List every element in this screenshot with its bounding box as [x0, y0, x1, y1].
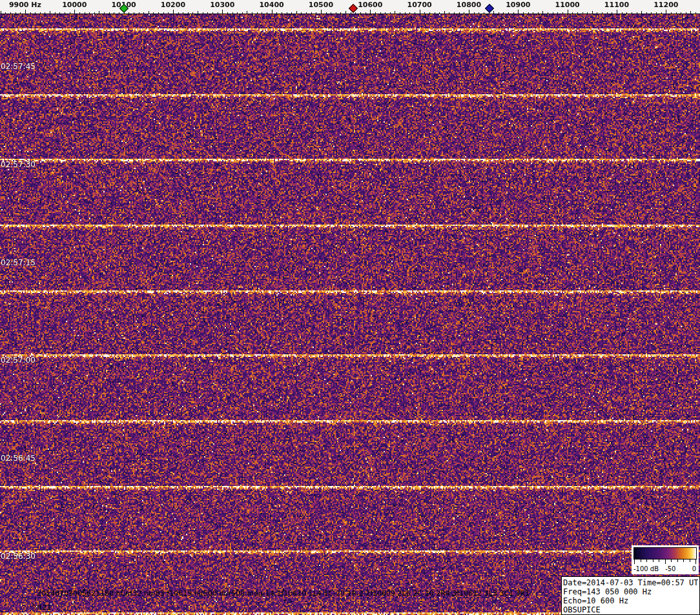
spectrogram-waterfall [0, 14, 700, 615]
colorbar-legend: -100 dB -50 0 [632, 545, 699, 574]
info-station: OBSUPICE [563, 605, 698, 614]
freq-tick-label: 10000 [62, 1, 87, 9]
time-tick-label: 02:57:30 [1, 160, 36, 169]
freq-tick-label: 10500 [309, 1, 333, 9]
info-echo: Echo=10 600 Hz [563, 596, 698, 605]
freq-tick-label: 11200 [654, 1, 678, 9]
colorbar-gradient [633, 547, 697, 564]
freq-tick-label: 10200 [161, 1, 185, 9]
time-tick-label: 02:56:30 [1, 552, 36, 561]
colorbar-min-label: -100 dB [633, 565, 659, 572]
freq-tick-label: 10600 [358, 1, 382, 9]
time-tick-label: 02:57:45 [1, 62, 36, 71]
detection-annotation: 20140703005621180 hCnt32 nb-83 f10619 hi… [37, 589, 530, 598]
colorbar-max-label: 0 [692, 565, 696, 572]
freq-tick-label: 9900 Hz [9, 1, 41, 9]
colorbar-labels: -100 dB -50 0 [632, 565, 699, 574]
spectrogram-area: 02:57:4502:57:3002:57:1502:57:0002:56:45… [0, 14, 700, 615]
freq-tick-label: 11100 [604, 1, 629, 9]
colorbar-mid-label: -50 [665, 565, 675, 572]
freq-tick-label: 10400 [259, 1, 283, 9]
freq-tick-label: 10900 [506, 1, 530, 9]
freq-tick-label: 11000 [555, 1, 580, 9]
freq-tick-label: 10800 [457, 1, 481, 9]
freq-tick-label: 10300 [210, 1, 234, 9]
info-date-time: Date=2014-07-03 Time=00:57 UTC [563, 578, 698, 587]
info-panel: Date=2014-07-03 Time=00:57 UTC Freq=143 … [561, 576, 700, 615]
frequency-ruler: 9900 Hz100001010010200103001040010500106… [0, 0, 700, 14]
ft-annotation: ^ft21 [31, 603, 51, 612]
time-tick-label: 02:57:00 [1, 356, 36, 365]
info-frequency: Freq=143 050 000 Hz [563, 587, 698, 596]
spectrogram-screen: 9900 Hz100001010010200103001040010500106… [0, 0, 700, 615]
freq-tick-label: 10700 [407, 1, 431, 9]
time-tick-label: 02:56:45 [1, 454, 36, 463]
time-tick-label: 02:57:15 [1, 258, 36, 267]
